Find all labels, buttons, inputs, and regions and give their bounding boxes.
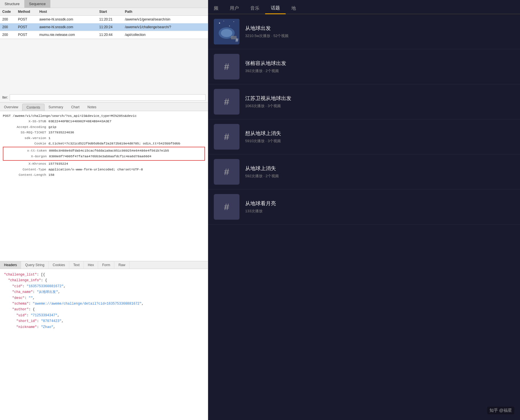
json-line: "cid": "1635753360881672", [4, 284, 204, 289]
header-content-type: Content-Type application/x-www-form-urle… [3, 167, 205, 172]
topic-hash-icon-6: # [214, 194, 239, 220]
table-row[interactable]: 200 POST aweme-hl.snssdk.com 11:20:24 /a… [0, 23, 208, 31]
request-details: POST /aweme/v1/challenge/search/?os_api=… [0, 111, 208, 261]
row1-method: POST [16, 17, 37, 22]
tab-query-string[interactable]: Query String [21, 261, 48, 269]
header-val: d_ticket=7c321cd522f9d05d6daf2a2872b819e… [48, 141, 180, 146]
json-line: "uid": "71253394347", [4, 313, 204, 318]
table-row[interactable]: 200 POST aweme-hl.snssdk.com 11:20:21 /a… [0, 16, 208, 23]
topic-item-1[interactable]: # 从地球出发 3210.5w次播放 · 52个视频 [208, 14, 520, 49]
row2-method: POST [16, 25, 37, 30]
topic-info-6: 从地球看月亮 133次播放 [245, 200, 514, 214]
topic-title-5: 从地球上消失 [245, 165, 514, 172]
row3-code: 200 [0, 32, 16, 37]
svg-point-4 [224, 21, 224, 21]
topic-hash-icon-3: # [214, 89, 239, 115]
header-x-ss-stub: X-SS-STUB 03E22446FBC1440902F48E4B9443A3… [3, 119, 205, 124]
tab-text[interactable]: Text [69, 261, 84, 269]
topic-hash-icon-4: # [214, 124, 239, 150]
tab-hex[interactable]: Hex [84, 261, 98, 269]
col-code: Code [0, 9, 16, 14]
svg-point-3 [233, 21, 234, 22]
col-path: Path [123, 9, 208, 14]
left-panel: Structure Sequence Code Method Host Star… [0, 0, 208, 420]
header-key: x-tt-token [3, 148, 49, 153]
json-line: "short_id": "87074423", [4, 318, 204, 324]
nav-topics[interactable]: 话题 [265, 3, 286, 14]
tab-contents[interactable]: Contents [22, 104, 44, 111]
watermark: 知乎 @福星 [487, 407, 514, 414]
header-key: Content-Length [3, 172, 48, 178]
header-cookie: Cookie d_ticket=7c321cd522f9d05d6daf2a28… [3, 141, 205, 146]
content-tabs: Overview Contents Summary Chart Notes [0, 103, 208, 111]
right-nav: 频 用户 音乐 话题 地 [208, 0, 520, 14]
svg-point-1 [219, 23, 220, 24]
nav-users[interactable]: 用户 [224, 3, 245, 14]
row3-method: POST [16, 32, 37, 37]
topic-meta-4: 5910次播放 · 3个视频 [245, 138, 514, 144]
topic-item-6[interactable]: # 从地球看月亮 133次播放 [208, 189, 520, 225]
json-line: "cha_name": "从地球出发", [4, 289, 204, 295]
json-line: "nickname": "Zhao", [4, 324, 204, 330]
header-val: gzip [48, 125, 56, 130]
json-line: "desc": "", [4, 295, 204, 301]
tab-overview[interactable]: Overview [0, 104, 22, 111]
table-row[interactable]: 200 POST mumu.nie.netease.com 11:20:44 /… [0, 31, 208, 39]
tab-form[interactable]: Form [98, 261, 114, 269]
topic-meta-1: 3210.5w次播放 · 52个视频 [245, 33, 514, 38]
json-line: "author": { [4, 307, 204, 312]
request-url: POST /aweme/v1/challenge/search/?os_api=… [3, 113, 137, 119]
row3-host: mumu.nie.netease.com [37, 32, 97, 37]
header-key: X-SS-STUB [3, 119, 48, 124]
topic-title-3: 江苏卫视从地球出发 [245, 95, 514, 102]
highlighted-headers-box: x-tt-token 000bc8488e6dfdab4c15cacf6dda1… [3, 147, 205, 161]
nav-pin[interactable]: 频 [208, 3, 224, 14]
table-header: Code Method Host Start Path [0, 8, 208, 16]
topic-info-2: 张榕容从地球出发 392次播放 · 2个视频 [245, 60, 514, 74]
topic-item-3[interactable]: # 江苏卫视从地球出发 1063次播放 · 3个视频 [208, 84, 520, 119]
topic-meta-6: 133次播放 [245, 209, 514, 214]
header-content-length: Content-Length 158 [3, 172, 205, 178]
json-line: "challenge_list": [{ [4, 272, 204, 278]
right-panel: 频 用户 音乐 话题 地 [208, 0, 520, 420]
header-val: 1577935224636 [48, 130, 74, 135]
nav-music[interactable]: 音乐 [245, 3, 265, 14]
topic-item-5[interactable]: # 从地球上消失 592次播放 · 2个视频 [208, 154, 520, 189]
svg-point-6 [221, 29, 232, 37]
topic-title-2: 张榕容从地球出发 [245, 60, 514, 67]
col-method: Method [16, 9, 37, 14]
tab-chart[interactable]: Chart [67, 104, 83, 111]
tab-bar: Structure Sequence [0, 0, 208, 8]
tab-raw[interactable]: Raw [114, 261, 129, 269]
topic-title-4: 想从地球上消失 [245, 130, 514, 137]
header-sdk-version: sdk-version 1 [3, 136, 205, 141]
topics-list: # 从地球出发 3210.5w次播放 · 52个视频 # 张榕容从地球出发 39… [208, 14, 520, 420]
header-val: 03E22446FBC1440902F48E4B9443A3E7 [48, 119, 111, 124]
row2-host: aweme-hl.snssdk.com [37, 25, 97, 30]
header-val: 1577935224 [48, 161, 68, 166]
filter-input[interactable] [10, 94, 206, 101]
topic-title-6: 从地球看月亮 [245, 200, 514, 207]
tab-cookies[interactable]: Cookies [49, 261, 69, 269]
tab-sequence[interactable]: Sequence [25, 0, 51, 8]
row1-start: 11:20:21 [97, 17, 123, 22]
tab-summary[interactable]: Summary [44, 104, 67, 111]
topic-meta-3: 1063次播放 · 3个视频 [245, 103, 514, 109]
row3-start: 11:20:44 [97, 32, 123, 37]
header-key: Content-Type [3, 167, 48, 172]
tab-notes[interactable]: Notes [84, 104, 100, 111]
header-key: SS-REQ-TICKET [3, 130, 48, 135]
header-val: 000bc8488e6dfdab4c15cacf6dda1a9ac051c989… [49, 148, 169, 153]
nav-location[interactable]: 地 [286, 3, 302, 14]
tab-structure[interactable]: Structure [0, 0, 25, 8]
header-key: X-Gorgon [3, 154, 49, 159]
topic-item-4[interactable]: # 想从地球上消失 5910次播放 · 3个视频 [208, 119, 520, 154]
topic-info-1: 从地球出发 3210.5w次播放 · 52个视频 [245, 25, 514, 38]
header-val: 158 [48, 172, 54, 178]
tab-headers[interactable]: Headers [0, 261, 21, 269]
header-key: sdk-version [3, 136, 48, 141]
filter-label: lter: [2, 95, 8, 99]
topic-hash-icon-5: # [214, 159, 239, 185]
row3-path: /api/collection [123, 32, 208, 37]
topic-item-2[interactable]: # 张榕容从地球出发 392次播放 · 2个视频 [208, 49, 520, 84]
